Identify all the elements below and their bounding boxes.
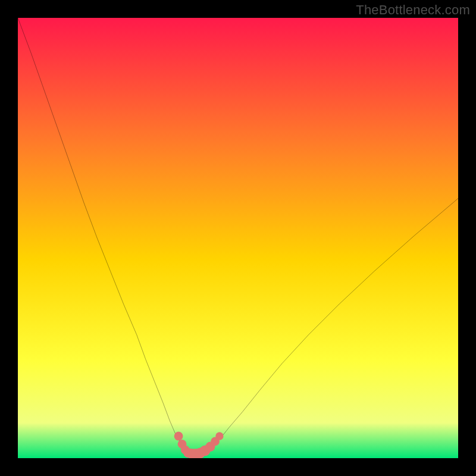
watermark-label: TheBottleneck.com <box>356 2 470 18</box>
marker-dot <box>215 432 223 440</box>
gradient-background <box>18 18 458 458</box>
chart-frame: TheBottleneck.com <box>0 0 476 476</box>
marker-dot <box>174 432 183 441</box>
bottleneck-chart <box>18 18 458 458</box>
